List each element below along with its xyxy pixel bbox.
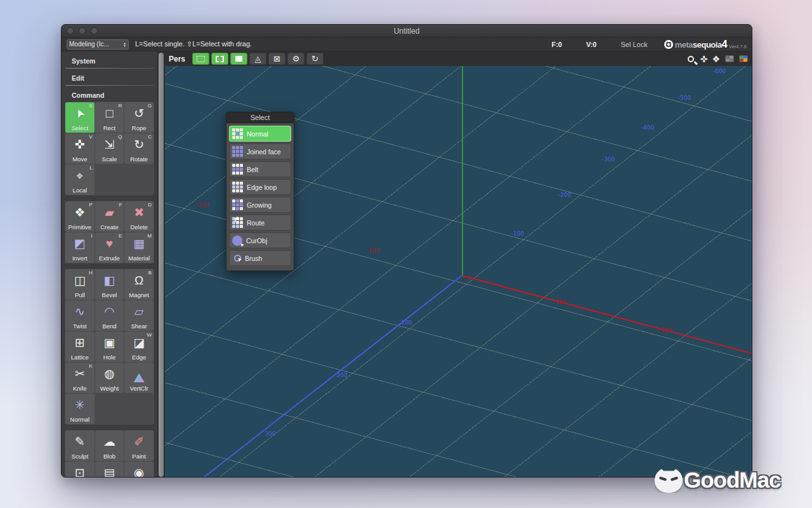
select-mode-belt[interactable]: Belt [229, 161, 291, 177]
viewport-canvas[interactable]: Select NormalJoined faceBeltEdge loopGro… [165, 66, 752, 478]
point-select-icon [197, 56, 205, 62]
select-mode-brush[interactable]: ➤Brush [229, 250, 291, 266]
tool-weight[interactable]: ◍Weight [95, 363, 124, 393]
shortcut-key: R [119, 103, 122, 109]
tool-view[interactable]: ◉View [124, 462, 154, 478]
view-mode-label[interactable]: Pers [169, 55, 185, 64]
goodmac-watermark: GoodMac [655, 467, 780, 493]
cat-logo-icon [655, 467, 683, 493]
front-only-button[interactable]: ◬ [249, 53, 266, 65]
tool-group: ✎Sculpt☁Blob✐Paint⊡BkImg▤Measure◉View∧✐● [64, 429, 155, 478]
tool-label: Select [72, 124, 88, 131]
tool-primitive[interactable]: ❖PPrimitive [65, 201, 95, 232]
tool-hole[interactable]: ▣Hole [95, 331, 124, 362]
tool-rope[interactable]: ↺GRope [124, 102, 154, 133]
select-mode-route[interactable]: ↱Route [229, 215, 291, 231]
select-mode-label: Belt [247, 166, 258, 173]
app-window: Untitled Modeling (Ic... ▲▼ L=Select sin… [61, 24, 752, 478]
tool-label: Move [72, 156, 87, 163]
tool-extrude[interactable]: ♥EExtrude [95, 232, 124, 263]
select-mode-curobj[interactable]: ➤CurObj [229, 232, 291, 248]
tool-rect[interactable]: □RRect [95, 102, 124, 133]
tool-shear[interactable]: ▱Shear [124, 300, 154, 331]
tool-twist[interactable]: ∿Twist [65, 300, 95, 331]
material-icon: ▦ [133, 232, 145, 255]
rotate-view-button[interactable]: ❖ [712, 55, 720, 64]
pan-tool-button[interactable]: ✜ [700, 55, 708, 64]
scrollbar-thumb[interactable] [159, 53, 164, 477]
select-mode-growing[interactable]: Growing [229, 197, 291, 213]
face-select-button[interactable] [230, 53, 247, 65]
tool-delete[interactable]: ✖DDelete [124, 201, 154, 232]
tool-rotate[interactable]: ↻CRotate [124, 133, 154, 164]
refresh-icon: ↻ [311, 55, 318, 63]
tool-move[interactable]: ✜VMove [65, 133, 95, 164]
watermark-text: GoodMac [684, 467, 780, 493]
tool-label: Scale [102, 156, 117, 163]
axis-label-blue: -600 [713, 68, 726, 74]
select-mode-label: Normal [247, 130, 268, 138]
primitive-icon: ❖ [74, 201, 85, 224]
tool-local[interactable]: ⌖LLocal [65, 164, 95, 195]
tool-bkimg[interactable]: ⊡BkImg [65, 462, 95, 478]
tool-sculpt[interactable]: ✎Sculpt [65, 431, 95, 461]
tool-blob[interactable]: ☁Blob [95, 431, 124, 461]
sidebar-section-system[interactable]: System [62, 54, 157, 67]
refresh-button[interactable]: ↻ [306, 53, 324, 65]
tool-create[interactable]: ▰FCreate [95, 201, 124, 232]
face-select-icon [235, 56, 242, 62]
tool-select[interactable]: ➤SSelect [65, 102, 95, 133]
vertex-count: V:0 [586, 41, 597, 48]
belt-icon [232, 164, 243, 175]
tool-magnet[interactable]: ΩBMagnet [124, 269, 154, 300]
wireframe-button[interactable]: ⊠ [268, 53, 285, 65]
tool-normal[interactable]: ✳Normal [65, 394, 95, 424]
extrude-icon: ♥ [106, 232, 113, 255]
select-mode-edge-loop[interactable]: Edge loop [229, 179, 291, 195]
shortcut-key: H [89, 270, 93, 276]
shortcut-key: D [148, 202, 152, 208]
brush-icon: ➤ [234, 255, 241, 262]
color-display-icon[interactable] [739, 55, 748, 62]
shortcut-key: M [147, 233, 152, 239]
settings-button[interactable]: ⚙ [287, 53, 304, 65]
select-mode-label: Joined face [247, 148, 281, 156]
line-select-icon [216, 56, 224, 62]
mono-display-icon[interactable] [725, 55, 734, 62]
hole-icon: ▣ [104, 331, 115, 354]
select-mode-label: Brush [245, 255, 262, 262]
tool-edge[interactable]: ◪WEdge [124, 331, 154, 362]
select-mode-normal[interactable]: Normal [229, 126, 291, 142]
line-select-button[interactable] [211, 53, 228, 65]
axis-label-blue: -200 [558, 192, 571, 198]
tool-measure[interactable]: ▤Measure [95, 462, 124, 478]
sel-lock-toggle[interactable]: Sel Lock [620, 41, 647, 48]
shortcut-key: W [147, 332, 152, 338]
tool-vertclr[interactable]: VertClr [124, 363, 154, 393]
tool-material[interactable]: ▦MMaterial [124, 232, 154, 263]
tool-scale[interactable]: ⇲QScale [95, 133, 124, 164]
tool-label: Shear [131, 323, 147, 330]
tool-label: Pull [75, 291, 85, 298]
mode-dropdown[interactable]: Modeling (Ic... ▲▼ [67, 39, 129, 50]
axis-label-blue: -300 [602, 156, 615, 163]
magnet-icon: Ω [134, 269, 143, 291]
tool-lattice[interactable]: ⊞Lattice [65, 331, 95, 362]
select-mode-joined-face[interactable]: Joined face [229, 144, 291, 159]
tool-label: Paint [132, 453, 146, 460]
tool-bevel[interactable]: ◧Bevel [95, 269, 124, 300]
tool-invert[interactable]: ◩IInvert [65, 232, 95, 263]
sidebar-scrollbar[interactable] [157, 51, 165, 478]
zoom-tool-button[interactable] [688, 56, 696, 62]
menu-row: Modeling (Ic... ▲▼ L=Select single. ⇧L=S… [62, 37, 752, 51]
title-bar[interactable]: Untitled [62, 25, 752, 37]
point-select-button[interactable] [192, 53, 209, 65]
sidebar-section-command[interactable]: Command [62, 88, 157, 101]
sidebar-section-edit[interactable]: Edit [62, 71, 157, 84]
tool-label: Rope [132, 124, 147, 131]
tool-pull[interactable]: ◫HPull [65, 269, 95, 300]
select-subpanel-title[interactable]: Select [226, 112, 294, 123]
tool-paint[interactable]: ✐Paint [124, 431, 154, 461]
tool-bend[interactable]: ◠Bend [95, 300, 124, 331]
tool-knife[interactable]: ✂KKnife [65, 363, 95, 393]
